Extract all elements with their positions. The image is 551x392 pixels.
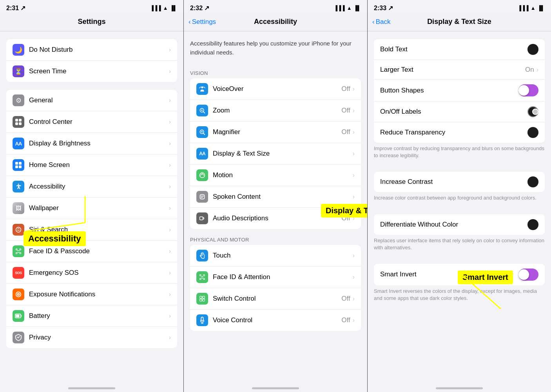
svg-rect-35 [200,275,201,276]
home-indicator-3 [368,384,551,392]
spoken-content-icon [196,191,208,203]
home-screen-chevron: › [169,162,171,169]
increase-contrast-toggle[interactable] [527,176,538,187]
settings-row-touch[interactable]: Touch › [190,245,361,267]
svg-rect-33 [200,194,204,199]
svg-rect-0 [15,119,18,122]
smart-invert-toggle[interactable] [518,269,538,281]
spoken-content-chevron: › [353,193,355,200]
settings-content-1[interactable]: 🌙 Do Not Disturb › ⏳ Screen Time › ⚙ Gen… [0,31,183,384]
nav-back-2[interactable]: ‹ Settings [188,18,216,26]
face-id-svg-icon [15,248,22,254]
battery-svg-icon [15,313,22,319]
annotation-smart-invert: Smart Invert [458,270,513,284]
display-brightness-icon: AA [13,138,24,149]
onoff-labels-toggle[interactable] [527,106,538,117]
voiceover-label: VoiceOver [213,85,341,93]
exposure-label: Exposure Notifications [29,290,169,298]
svg-rect-41 [200,296,202,299]
physical-motor-section: PHYSICAL AND MOTOR Touch › [184,237,367,331]
status-bar-1: 2:31 ↗ ▐▐▐ ▲ ▐▌ [0,0,183,14]
svg-rect-2 [15,122,18,125]
magnifier-label: Magnifier [213,128,341,136]
siri-svg-icon [15,227,22,233]
svg-rect-34 [200,217,203,220]
settings-row-onoff-labels[interactable]: On/Off Labels [374,102,545,122]
annotation-display-text-size: Display & Text Size [321,204,367,218]
svg-rect-20 [16,315,19,318]
settings-row-control-center[interactable]: Control Center › [6,111,177,133]
svg-point-15 [18,250,19,251]
battery-label: Battery [29,312,169,320]
settings-row-general[interactable]: ⚙ General › [6,90,177,111]
settings-row-larger-text[interactable]: Larger Text On › [374,60,545,80]
face-id-icon [13,245,24,257]
privacy-svg-icon [15,334,22,341]
zoom-value: Off [341,107,350,114]
settings-row-button-shapes[interactable]: Button Shapes [374,80,545,102]
face-id-attention-chevron: › [353,274,355,281]
settings-row-home-screen[interactable]: Home Screen › [6,154,177,176]
back-label-3: Back [376,18,391,26]
home-screen-icon [13,159,24,171]
reduce-transparency-toggle[interactable] [527,127,538,138]
settings-row-emergency-sos[interactable]: SOS Emergency SOS › [6,262,177,284]
switch-control-icon [196,293,208,305]
settings-row-bold-text[interactable]: Bold Text [374,39,545,60]
settings-row-differentiate-color[interactable]: Differentiate Without Color [374,214,545,235]
time-2: 2:32 ↗ [190,4,209,12]
svg-rect-21 [21,315,22,317]
settings-row-do-not-disturb[interactable]: 🌙 Do Not Disturb › [6,39,177,61]
settings-row-privacy[interactable]: Privacy › [6,327,177,348]
general-icon: ⚙ [13,94,24,106]
settings-row-battery[interactable]: Battery › [6,305,177,327]
touch-icon [196,250,208,261]
button-shapes-toggle[interactable] [518,84,538,96]
page-title-2: Accessibility [254,18,297,26]
svg-line-26 [203,111,205,113]
battery-icon-1: ▐▌ [170,5,177,11]
home-indicator-1 [0,384,183,392]
accessibility-chevron: › [169,183,171,190]
wallpaper-label: Wallpaper [29,204,169,212]
settings-row-magnifier[interactable]: Magnifier Off › [190,122,361,143]
face-id-attn-svg-icon [199,274,205,280]
bold-text-toggle[interactable] [527,44,538,55]
settings-row-reduce-transparency[interactable]: Reduce Transparency [374,122,545,143]
settings-row-face-id-attention[interactable]: Face ID & Attention › [190,267,361,288]
settings-section-main: ⚙ General › Control Center › [0,90,183,348]
switch-control-chevron: › [353,295,355,302]
settings-row-zoom[interactable]: Zoom Off › [190,100,361,122]
face-id-chevron: › [169,248,171,255]
home-screen-svg-icon [15,162,22,169]
wallpaper-icon: 🖼 [13,202,24,214]
differentiate-color-toggle[interactable] [527,219,538,230]
voiceover-svg-icon [199,86,205,92]
spoken-content-label: Spoken Content [213,193,353,201]
magnifier-icon [196,126,208,138]
do-not-disturb-chevron: › [169,46,171,53]
settings-row-voiceover[interactable]: VoiceOver Off › [190,78,361,100]
phone-panel-display-text-size: 2:33 ↗ ▐▐▐ ▲ ▐▌ ‹ Back Display & Text Si… [367,0,551,392]
display-brightness-label: Display & Brightness [29,140,169,147]
settings-row-display-text-size[interactable]: AA Display & Text Size › [190,143,361,165]
larger-text-label: Larger Text [380,66,525,74]
settings-row-switch-control[interactable]: Switch Control Off › [190,288,361,310]
accessibility-label: Accessibility [29,183,169,191]
nav-back-3[interactable]: ‹ Back [372,18,390,26]
settings-row-exposure[interactable]: Exposure Notifications › [6,284,177,305]
battery-chevron: › [169,312,171,319]
home-bar-3 [436,387,483,389]
settings-row-motion[interactable]: Motion › [190,165,361,186]
display-text-size-content[interactable]: Bold Text Larger Text On › Button Shapes [368,31,551,384]
settings-row-increase-contrast[interactable]: Increase Contrast [374,172,545,192]
status-bar-2: 2:32 ↗ ▐▐▐ ▲ ▐▌ [184,0,367,14]
settings-row-screen-time[interactable]: ⏳ Screen Time › [6,61,177,82]
settings-row-voice-control[interactable]: Voice Control Off › [190,310,361,331]
physical-motor-group: Touch › [190,245,361,331]
settings-row-display-brightness[interactable]: AA Display & Brightness › [6,133,177,154]
motion-svg-icon [199,172,205,178]
settings-row-wallpaper[interactable]: 🖼 Wallpaper › [6,198,177,219]
nav-bar-3: ‹ Back Display & Text Size [368,14,551,31]
settings-row-accessibility[interactable]: Accessibility › [6,176,177,198]
